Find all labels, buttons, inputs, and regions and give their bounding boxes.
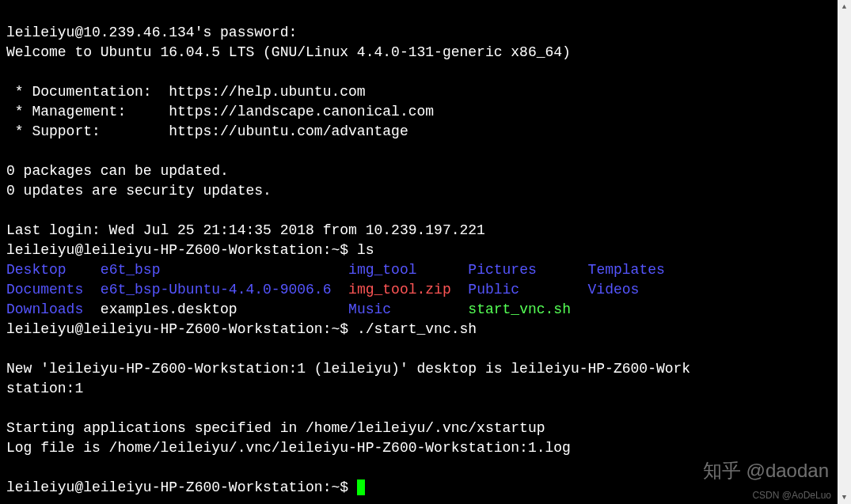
ls-dir: Pictures bbox=[468, 262, 536, 278]
line: Starting applications specified in /home… bbox=[6, 420, 545, 436]
line: Welcome to Ubuntu 16.04.5 LTS (GNU/Linux… bbox=[6, 44, 571, 60]
line: Last login: Wed Jul 25 21:14:35 2018 fro… bbox=[6, 222, 485, 238]
ls-dir: Public bbox=[468, 282, 519, 297]
ls-dir: e6t_bsp bbox=[101, 262, 161, 278]
prompt: leileiyu@leileiyu-HP-Z600-Workstation:~$ bbox=[6, 321, 357, 337]
ls-dir: Downloads bbox=[6, 301, 83, 317]
ls-dir: img_tool bbox=[348, 262, 416, 278]
line: * Documentation: https://help.ubuntu.com bbox=[6, 84, 366, 100]
ls-dir: Videos bbox=[588, 282, 640, 297]
command: ./start_vnc.sh bbox=[357, 321, 477, 337]
prompt: leileiyu@leileiyu-HP-Z600-Workstation:~$ bbox=[6, 242, 357, 258]
line: 0 updates are security updates. bbox=[6, 183, 272, 199]
ls-dir: e6t_bsp-Ubuntu-4.4.0-9006.6 bbox=[101, 282, 332, 297]
ls-exec: start_vnc.sh bbox=[468, 301, 571, 317]
line: leileiyu@10.239.46.134's password: bbox=[6, 25, 297, 40]
scroll-up-button[interactable]: ▲ bbox=[838, 0, 851, 13]
scroll-down-button[interactable]: ▼ bbox=[838, 491, 851, 504]
line: * Support: https://ubuntu.com/advantage bbox=[6, 123, 408, 139]
ls-dir: Templates bbox=[588, 262, 665, 278]
ls-dir: Documents bbox=[6, 282, 83, 297]
ls-file: examples.desktop bbox=[101, 301, 237, 317]
ls-dir: Desktop bbox=[6, 262, 66, 278]
line: * Management: https://landscape.canonica… bbox=[6, 104, 434, 119]
line: station:1 bbox=[6, 381, 83, 396]
prompt: leileiyu@leileiyu-HP-Z600-Workstation:~$ bbox=[6, 479, 357, 495]
scrollbar-vertical[interactable]: ▲ ▼ bbox=[838, 0, 851, 504]
command: ls bbox=[357, 242, 374, 258]
terminal-output[interactable]: leileiyu@10.239.46.134's password: Welco… bbox=[0, 0, 838, 504]
line: Log file is /home/leileiyu/.vnc/leileiyu… bbox=[6, 440, 571, 456]
cursor[interactable] bbox=[357, 479, 365, 495]
scroll-track[interactable] bbox=[838, 13, 851, 491]
ls-dir: Music bbox=[348, 301, 391, 317]
ls-archive: img_tool.zip bbox=[348, 282, 451, 297]
line: 0 packages can be updated. bbox=[6, 163, 229, 179]
line: New 'leileiyu-HP-Z600-Workstation:1 (lei… bbox=[6, 361, 690, 377]
